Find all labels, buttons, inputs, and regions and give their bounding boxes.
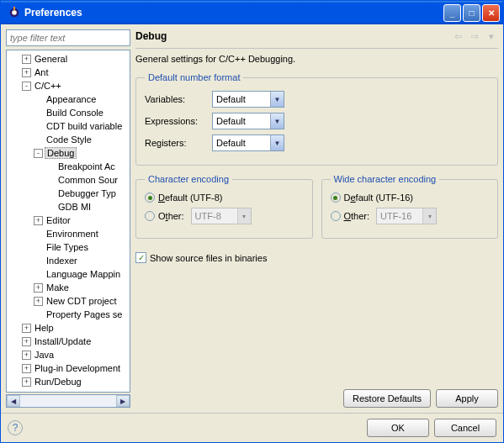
show-source-checkbox[interactable]: ✓	[135, 252, 146, 263]
tree-item[interactable]: +Java	[7, 348, 130, 361]
expressions-label: Expressions:	[145, 116, 212, 126]
help-icon[interactable]: ?	[8, 420, 23, 435]
tree-item-label: Breakpoint Ac	[56, 161, 117, 171]
tree-item[interactable]: Appearance	[7, 92, 130, 106]
tree-item-label: Java	[33, 350, 56, 360]
tree-item[interactable]: +New CDT project	[7, 294, 130, 308]
preferences-tree[interactable]: +General+Ant-C/C++AppearanceBuild Consol…	[6, 50, 130, 393]
back-icon[interactable]: ⇦	[451, 29, 464, 43]
tree-item[interactable]: Property Pages se	[7, 308, 130, 321]
chevron-down-icon: ▾	[237, 208, 251, 224]
tree-item[interactable]: -Debug	[7, 146, 130, 160]
chevron-down-icon: ▼	[270, 135, 284, 150]
tree-item[interactable]: +Ant	[7, 66, 130, 79]
enc-default-radio[interactable]	[145, 192, 155, 203]
chevron-down-icon: ▼	[270, 113, 284, 129]
tree-item-label: Plug-in Development	[33, 363, 122, 373]
registers-select[interactable]: Default▼	[212, 134, 284, 151]
tree-item-label: Help	[33, 323, 56, 333]
tree-item[interactable]: +Run/Debug	[7, 375, 130, 388]
tree-item[interactable]: CDT build variable	[7, 119, 130, 133]
char-encoding-legend: Character encoding	[145, 174, 232, 184]
tree-item[interactable]: -C/C++	[7, 79, 130, 92]
variables-label: Variables:	[145, 94, 212, 104]
wide-char-encoding-group: Wide character encoding Default (UTF-16)…	[321, 174, 499, 239]
tree-item-label: Appearance	[45, 94, 98, 104]
left-panel: +General+Ant-C/C++AppearanceBuild Consol…	[6, 29, 130, 408]
tree-item-label: File Types	[45, 242, 90, 252]
maximize-button[interactable]: □	[463, 4, 480, 22]
tree-item[interactable]: Environment	[7, 227, 130, 240]
apply-button[interactable]: Apply	[436, 389, 498, 408]
page-title: Debug	[135, 30, 451, 42]
expand-icon[interactable]: +	[34, 216, 43, 225]
tree-item-label: Code Style	[45, 134, 93, 145]
tree-item-label: Install/Update	[33, 336, 93, 346]
filter-input[interactable]	[6, 29, 130, 46]
window-title: Preferences	[24, 7, 443, 18]
tree-item[interactable]: File Types	[7, 240, 130, 254]
app-icon	[8, 6, 21, 19]
tree-item[interactable]: +Install/Update	[7, 335, 130, 348]
chevron-down-icon: ▾	[422, 208, 436, 224]
expand-icon[interactable]: +	[34, 283, 43, 293]
tree-item[interactable]: +Make	[7, 281, 130, 294]
tree-item[interactable]: Build Console	[7, 106, 130, 119]
tree-item-label: Common Sour	[56, 175, 119, 185]
tree-item[interactable]: Indexer	[7, 254, 130, 267]
tree-item-label: C/C++	[33, 81, 63, 91]
wenc-other-radio[interactable]	[331, 211, 341, 221]
minimize-button[interactable]: _	[443, 4, 461, 22]
show-source-label: Show source files in binaries	[150, 253, 267, 263]
ok-button[interactable]: OK	[367, 419, 429, 437]
expand-icon[interactable]: -	[22, 82, 31, 91]
expand-icon[interactable]: +	[22, 68, 31, 77]
tree-item[interactable]: +Help	[7, 321, 130, 335]
tree-item-label: Property Pages se	[45, 309, 125, 319]
tree-horizontal-scrollbar[interactable]: ◀ ▶	[6, 394, 130, 408]
tree-item-label: Debug	[45, 147, 77, 159]
tree-item[interactable]: Debugger Typ	[7, 187, 130, 200]
enc-other-select: UTF-8▾	[191, 208, 252, 224]
enc-other-radio[interactable]	[145, 211, 155, 221]
tree-item[interactable]: Language Mappin	[7, 267, 130, 281]
footer: ? OK Cancel	[1, 413, 503, 442]
enc-other-label: Other:	[158, 211, 184, 221]
tree-item-label: Debugger Typ	[56, 188, 118, 198]
char-encoding-group: Character encoding Default (UTF-8) Other…	[135, 174, 313, 239]
page-description: General settings for C/C++ Debugging.	[135, 54, 498, 64]
wenc-default-label: Default (UTF-16)	[344, 192, 414, 203]
expand-icon[interactable]: +	[22, 337, 31, 346]
forward-icon[interactable]: ⇨	[468, 29, 481, 43]
tree-item[interactable]: Breakpoint Ac	[7, 160, 130, 173]
tree-item[interactable]: +General	[7, 52, 130, 66]
tree-item[interactable]: Common Sour	[7, 173, 130, 187]
tree-item[interactable]: GDB MI	[7, 200, 130, 214]
scroll-right-button[interactable]: ▶	[116, 395, 130, 407]
tree-item-label: New CDT project	[45, 296, 119, 306]
expand-icon[interactable]: +	[22, 377, 31, 387]
tree-item[interactable]: +Plug-in Development	[7, 361, 130, 375]
wenc-default-radio[interactable]	[331, 192, 341, 203]
restore-defaults-button[interactable]: Restore Defaults	[343, 389, 431, 408]
expand-icon[interactable]: +	[22, 55, 31, 64]
close-button[interactable]: ✕	[482, 4, 500, 22]
number-format-group: Default number format Variables: Default…	[135, 72, 498, 166]
scroll-left-button[interactable]: ◀	[7, 395, 20, 407]
expressions-select[interactable]: Default▼	[212, 113, 284, 129]
tree-item-label: Build Console	[45, 108, 105, 118]
cancel-button[interactable]: Cancel	[434, 419, 496, 437]
expand-icon[interactable]: -	[34, 149, 43, 158]
variables-select[interactable]: Default▼	[212, 91, 284, 108]
expand-icon[interactable]: +	[34, 297, 43, 306]
tree-item[interactable]: Code Style	[7, 133, 130, 146]
expand-icon[interactable]: +	[22, 364, 31, 373]
expand-icon[interactable]: +	[22, 351, 31, 360]
wenc-other-select: UTF-16▾	[376, 208, 437, 224]
expand-icon[interactable]: +	[22, 324, 31, 333]
menu-dropdown-icon[interactable]: ▾	[485, 29, 498, 43]
tree-item-label: Editor	[45, 215, 72, 225]
tree-item-label: Run/Debug	[33, 377, 83, 387]
scroll-track[interactable]	[20, 395, 116, 407]
tree-item[interactable]: +Editor	[7, 214, 130, 227]
